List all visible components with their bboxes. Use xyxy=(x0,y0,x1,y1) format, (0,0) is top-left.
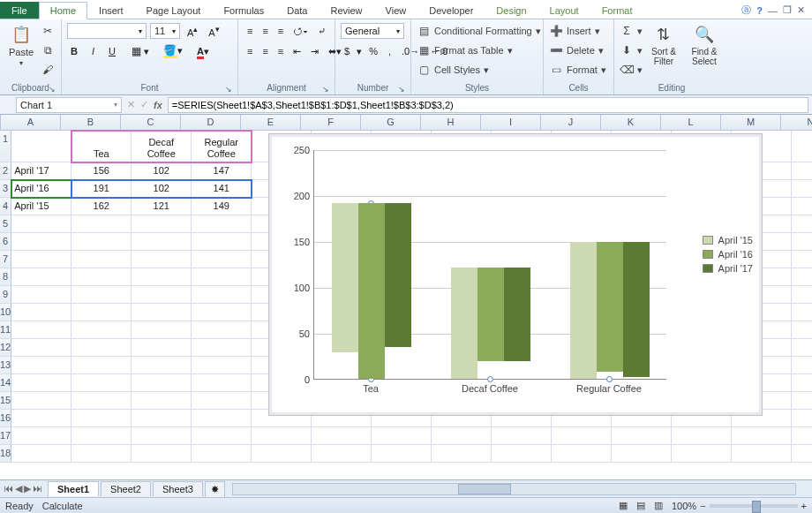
font-color-button[interactable]: A▾ xyxy=(193,45,213,58)
cell-N[interactable] xyxy=(792,180,812,198)
chart-bar[interactable] xyxy=(477,268,504,361)
find-select-button[interactable]: 🔍Find & Select xyxy=(685,22,724,68)
cell-N[interactable] xyxy=(792,304,812,321)
tab-chart-layout[interactable]: Layout xyxy=(538,2,590,19)
cell-N[interactable] xyxy=(792,445,812,463)
cell-N[interactable] xyxy=(792,392,812,410)
clipboard-launcher-icon[interactable]: ↘ xyxy=(49,85,56,94)
cell-B[interactable] xyxy=(71,410,132,427)
cells-format-button[interactable]: ▭Format ▾ xyxy=(549,61,606,79)
row-header-4[interactable]: 4 xyxy=(0,198,11,215)
underline-button[interactable]: U xyxy=(105,45,119,57)
tab-page-layout[interactable]: Page Layout xyxy=(135,2,213,19)
cell-B[interactable] xyxy=(71,286,132,304)
row-header-13[interactable]: 13 xyxy=(0,357,11,374)
cell-A[interactable] xyxy=(11,357,71,374)
cell-C[interactable] xyxy=(132,427,192,445)
cell-A[interactable] xyxy=(11,131,71,162)
cell-I[interactable] xyxy=(492,427,552,445)
paste-button[interactable]: 📋 Paste ▾ xyxy=(5,22,37,69)
cell-H[interactable] xyxy=(432,445,492,463)
row-header-2[interactable]: 2 xyxy=(0,162,11,180)
number-format-select[interactable]: General▾ xyxy=(341,23,404,39)
cell-C[interactable] xyxy=(132,268,192,286)
cell-D[interactable] xyxy=(192,445,252,463)
chart-bar[interactable] xyxy=(597,242,623,372)
wrap-text-button[interactable]: ⤶ xyxy=(314,25,329,38)
cell-C[interactable] xyxy=(132,392,192,410)
align-launcher-icon[interactable]: ↘ xyxy=(322,85,329,94)
cell-J[interactable] xyxy=(552,427,612,445)
row-header-1[interactable]: 1 xyxy=(0,131,11,162)
legend-entry[interactable]: April '16 xyxy=(718,249,753,260)
worksheet-grid[interactable]: ABCDEFGHIJKLMN 1234567891011121314151617… xyxy=(0,115,812,468)
cell-A[interactable] xyxy=(11,233,71,251)
row-header-7[interactable]: 7 xyxy=(0,251,11,268)
tab-file[interactable]: File xyxy=(0,2,39,19)
cell-A[interactable] xyxy=(11,392,71,410)
legend-entry[interactable]: April '17 xyxy=(718,263,753,274)
autosum-button[interactable]: Σ▾ xyxy=(620,22,643,40)
cell-A[interactable] xyxy=(11,215,71,233)
sheet-nav-prev-icon[interactable]: ◀ xyxy=(15,483,22,494)
cell-D[interactable] xyxy=(192,233,252,251)
cell-D[interactable] xyxy=(192,357,252,374)
col-header-B[interactable]: B xyxy=(61,115,121,130)
row-header-14[interactable]: 14 xyxy=(0,374,11,392)
chart-bar[interactable] xyxy=(332,203,358,351)
cell-C[interactable] xyxy=(132,304,192,321)
cell-B[interactable] xyxy=(71,268,132,286)
cell-F[interactable] xyxy=(312,445,372,463)
cell-A[interactable] xyxy=(11,251,71,268)
cell-E[interactable] xyxy=(252,427,312,445)
cell-E[interactable] xyxy=(252,445,312,463)
sheet-nav-next-icon[interactable]: ▶ xyxy=(24,483,31,494)
tab-chart-format[interactable]: Format xyxy=(590,2,644,19)
chart-bar[interactable] xyxy=(385,203,411,346)
cell-C[interactable] xyxy=(132,215,192,233)
cell-D[interactable]: Regular Coffee xyxy=(192,131,252,162)
name-box[interactable]: Chart 1▾ xyxy=(16,97,122,113)
col-header-J[interactable]: J xyxy=(541,115,601,130)
col-header-E[interactable]: E xyxy=(241,115,301,130)
cell-B[interactable] xyxy=(71,445,132,463)
zoom-out-icon[interactable]: − xyxy=(700,501,705,511)
cell-A[interactable]: April '16 xyxy=(11,180,71,198)
cell-B[interactable]: 162 xyxy=(71,198,132,215)
number-launcher-icon[interactable]: ↘ xyxy=(398,85,405,94)
cell-A[interactable]: April '15 xyxy=(11,198,71,215)
cell-D[interactable]: 141 xyxy=(192,180,252,198)
cell-A[interactable] xyxy=(11,410,71,427)
cell-H[interactable] xyxy=(432,427,492,445)
percent-button[interactable]: % xyxy=(365,45,381,57)
cell-D[interactable] xyxy=(192,392,252,410)
cell-G[interactable] xyxy=(372,445,432,463)
cell-A[interactable] xyxy=(11,339,71,357)
cell-C[interactable] xyxy=(132,251,192,268)
row-header-16[interactable]: 16 xyxy=(0,410,11,427)
align-left-button[interactable]: ≡ xyxy=(244,45,256,57)
tab-developer[interactable]: Developer xyxy=(417,2,485,19)
cell-D[interactable] xyxy=(192,427,252,445)
cell-styles-button[interactable]: ▢Cell Styles ▾ xyxy=(417,61,541,79)
font-size-select[interactable]: 11▾ xyxy=(150,23,180,39)
cell-D[interactable] xyxy=(192,339,252,357)
cell-N[interactable] xyxy=(792,374,812,392)
cell-B[interactable] xyxy=(71,251,132,268)
comma-button[interactable]: , xyxy=(385,45,395,57)
tab-data[interactable]: Data xyxy=(275,2,319,19)
col-header-C[interactable]: C xyxy=(121,115,181,130)
help-icon[interactable]: ? xyxy=(756,5,763,16)
row-header-17[interactable]: 17 xyxy=(0,427,11,445)
cell-C[interactable]: 102 xyxy=(132,162,192,180)
align-bottom-button[interactable]: ≡ xyxy=(274,25,287,37)
chart-bar[interactable] xyxy=(451,268,477,379)
window-minimize-icon[interactable]: — xyxy=(768,5,778,16)
window-close-icon[interactable]: ✕ xyxy=(797,4,805,16)
col-header-M[interactable]: M xyxy=(721,115,781,130)
copy-button[interactable]: ⧉ xyxy=(41,41,55,59)
chart-bar[interactable] xyxy=(570,242,597,379)
conditional-formatting-button[interactable]: ▤Conditional Formatting ▾ xyxy=(417,22,541,40)
cell-B[interactable] xyxy=(71,427,132,445)
cell-A[interactable] xyxy=(11,304,71,321)
